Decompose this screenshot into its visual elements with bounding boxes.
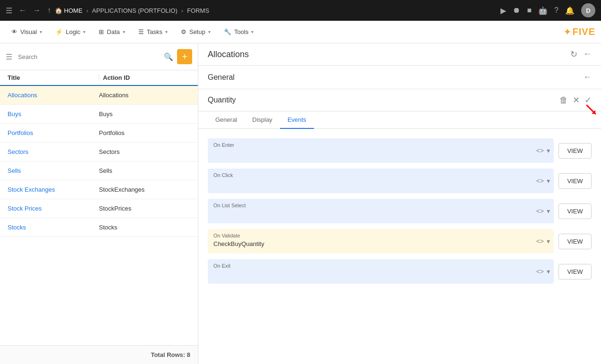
view-button[interactable]: VIEW xyxy=(559,203,592,219)
view-button[interactable]: VIEW xyxy=(559,234,592,249)
event-field-on-validate[interactable]: On ValidateCheckBuyQuantity <> ▾ xyxy=(208,229,554,254)
record-icon[interactable]: ⏺ xyxy=(513,6,520,15)
chevron-down-icon[interactable]: ▾ xyxy=(547,268,550,275)
refresh-icon[interactable]: ↻ xyxy=(570,49,577,59)
top-bar-left-icons: ☰ ← → ↑ xyxy=(6,6,51,15)
secondary-nav: 👁 Visual ▾ ⚡ Logic ▾ ⊞ Data ▾ ☰ Tasks ▾ … xyxy=(0,21,601,43)
chevron-down-icon[interactable]: ▾ xyxy=(547,207,550,215)
nav-items: 👁 Visual ▾ ⚡ Logic ▾ ⊞ Data ▾ ☰ Tasks ▾ … xyxy=(6,25,259,38)
breadcrumb-applications[interactable]: APPLICATIONS (PORTFOLIO) xyxy=(92,7,178,14)
back-icon[interactable]: ← xyxy=(19,6,26,15)
chevron-down-icon[interactable]: ▾ xyxy=(547,177,550,185)
visual-chevron: ▾ xyxy=(40,29,42,34)
up-icon[interactable]: ↑ xyxy=(47,6,51,15)
close-icon[interactable]: ✕ xyxy=(573,95,580,105)
event-field-on-list-select[interactable]: On List Select <> ▾ xyxy=(208,199,554,223)
row-action: Sells xyxy=(99,167,191,174)
tab-events[interactable]: Events xyxy=(280,111,314,129)
code-icon[interactable]: <> xyxy=(536,147,544,154)
nav-visual[interactable]: 👁 Visual ▾ xyxy=(6,25,48,38)
event-field-on-exit[interactable]: On Exit <> ▾ xyxy=(208,259,554,284)
robot-icon[interactable]: 🤖 xyxy=(538,6,548,15)
chevron-down-icon[interactable]: ▾ xyxy=(547,147,550,154)
nav-logic[interactable]: ⚡ Logic ▾ xyxy=(50,25,91,38)
tasks-icon: ☰ xyxy=(138,28,144,35)
code-icon[interactable]: <> xyxy=(536,237,544,245)
panel-back-icon[interactable]: ← xyxy=(583,49,592,59)
chevron-down-icon[interactable]: ▾ xyxy=(547,237,550,245)
view-button[interactable]: VIEW xyxy=(559,264,592,279)
event-field-icons: <> ▾ xyxy=(536,147,550,154)
breadcrumb-forms[interactable]: FORMS xyxy=(187,7,209,14)
top-bar: ☰ ← → ↑ 🏠 HOME › APPLICATIONS (PORTFOLIO… xyxy=(0,0,601,21)
row-action: StockPrices xyxy=(99,205,191,212)
panel-header: Allocations ↻ ← xyxy=(198,43,601,66)
help-icon[interactable]: ? xyxy=(554,6,559,15)
row-title: Sectors xyxy=(8,148,99,155)
sub-panel-header: General ← xyxy=(198,66,601,89)
logic-label: Logic xyxy=(66,28,80,35)
search-input[interactable] xyxy=(18,53,160,60)
event-field-on-enter[interactable]: On Enter <> ▾ xyxy=(208,138,554,163)
table-row[interactable]: Stock Exchanges StockExchanges xyxy=(0,180,198,199)
col-action-header: Action ID xyxy=(103,74,190,81)
code-icon[interactable]: <> xyxy=(536,268,544,275)
tools-label: Tools xyxy=(234,28,248,35)
row-action: Sectors xyxy=(99,148,191,155)
event-label: On List Select xyxy=(213,203,548,208)
event-row: On Click <> ▾ VIEW xyxy=(208,169,592,193)
setup-chevron: ▾ xyxy=(208,29,211,34)
table-row[interactable]: Allocations Allocations xyxy=(0,86,198,105)
left-sidebar: ☰ 🔍 + Title Action ID Allocations Alloca… xyxy=(0,43,198,364)
code-icon[interactable]: <> xyxy=(536,207,544,215)
table-row[interactable]: Portfolios Portfolios xyxy=(0,124,198,143)
add-button[interactable]: + xyxy=(177,49,192,64)
table-row[interactable]: Stock Prices StockPrices xyxy=(0,199,198,218)
setup-label: Setup xyxy=(189,28,205,35)
table-row[interactable]: Stocks Stocks xyxy=(0,218,198,237)
data-chevron: ▾ xyxy=(123,29,125,34)
bell-icon[interactable]: 🔔 xyxy=(565,6,575,15)
breadcrumb: 🏠 HOME › APPLICATIONS (PORTFOLIO) › FORM… xyxy=(55,7,497,14)
delete-icon[interactable]: 🗑 xyxy=(559,95,568,105)
breadcrumb-home[interactable]: 🏠 HOME xyxy=(55,7,83,14)
event-row: On Exit <> ▾ VIEW xyxy=(208,259,592,284)
nav-tasks[interactable]: ☰ Tasks ▾ xyxy=(133,25,173,38)
table-row[interactable]: Buys Buys xyxy=(0,105,198,124)
event-label: On Exit xyxy=(213,263,548,269)
table-row[interactable]: Sells Sells xyxy=(0,161,198,180)
five-logo: ✦ FIVE xyxy=(564,26,595,37)
nav-tools[interactable]: 🔧 Tools ▾ xyxy=(218,25,259,38)
nav-setup[interactable]: ⚙ Setup ▾ xyxy=(175,25,216,38)
event-field-on-click[interactable]: On Click <> ▾ xyxy=(208,169,554,193)
table-footer: Total Rows: 8 xyxy=(0,345,198,364)
tabs: General Display Events xyxy=(198,111,601,129)
row-title: Stock Prices xyxy=(8,205,99,212)
sidebar-menu-icon[interactable]: ☰ xyxy=(6,52,12,61)
tasks-chevron: ▾ xyxy=(165,29,168,34)
nav-data[interactable]: ⊞ Data ▾ xyxy=(93,25,130,38)
stop-icon[interactable]: ■ xyxy=(527,6,532,15)
view-button[interactable]: VIEW xyxy=(559,143,592,159)
table-body: Allocations Allocations Buys Buys Portfo… xyxy=(0,86,198,345)
setup-icon: ⚙ xyxy=(181,28,186,35)
tab-display[interactable]: Display xyxy=(245,111,280,129)
logic-icon: ⚡ xyxy=(55,28,63,35)
forward-icon[interactable]: → xyxy=(33,6,41,15)
user-avatar[interactable]: D xyxy=(581,3,595,17)
event-field-icons: <> ▾ xyxy=(536,268,550,275)
table-row[interactable]: Sectors Sectors xyxy=(0,143,198,161)
row-title: Buys xyxy=(8,110,99,118)
data-icon: ⊞ xyxy=(99,28,104,35)
code-icon[interactable]: <> xyxy=(536,177,544,185)
play-icon[interactable]: ▶ xyxy=(500,6,506,15)
col-divider xyxy=(99,74,99,81)
row-action: Allocations xyxy=(99,92,191,99)
search-icon[interactable]: 🔍 xyxy=(164,52,173,61)
row-title: Stock Exchanges xyxy=(8,186,99,193)
sub-panel-back-icon[interactable]: ← xyxy=(583,72,592,82)
view-button[interactable]: VIEW xyxy=(559,173,592,189)
quantity-title: Quantity xyxy=(208,96,236,104)
menu-icon[interactable]: ☰ xyxy=(6,6,12,15)
tab-general[interactable]: General xyxy=(208,111,245,129)
